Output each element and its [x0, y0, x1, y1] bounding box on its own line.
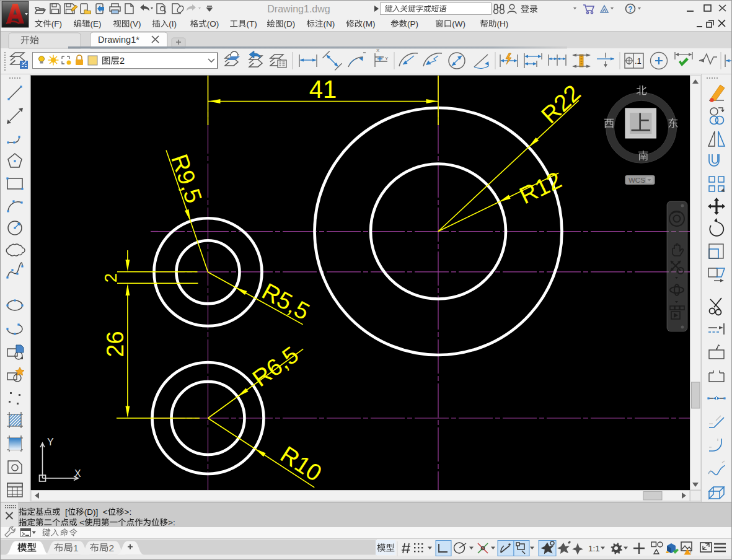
svg-text:1:1: 1:1	[588, 544, 600, 553]
svg-text:2: 2	[109, 543, 115, 553]
svg-text:>:: >:	[168, 518, 175, 527]
svg-text:(V): (V)	[130, 19, 141, 28]
svg-text:2: 2	[120, 56, 125, 66]
svg-text:(T): (T)	[247, 19, 257, 28]
svg-text:(W): (W)	[452, 19, 465, 28]
svg-text:(P): (P)	[407, 19, 418, 28]
svg-text:(N): (N)	[323, 19, 335, 28]
svg-text:Drawing1*: Drawing1*	[98, 35, 139, 45]
svg-text:[: [	[61, 507, 68, 517]
svg-text:(E): (E)	[90, 19, 102, 28]
svg-text:2: 2	[102, 273, 120, 282]
svg-text:X: X	[74, 468, 81, 479]
svg-text:Y: Y	[385, 56, 389, 61]
svg-text:(D)] <: (D)] <	[84, 507, 108, 517]
svg-text:(H): (H)	[496, 19, 508, 28]
svg-text:WCS: WCS	[628, 177, 645, 184]
svg-text:(I): (I)	[169, 19, 177, 28]
svg-text:?: ?	[628, 5, 632, 14]
svg-text:Drawing1.dwg: Drawing1.dwg	[267, 4, 330, 14]
svg-text:.1: .1	[635, 56, 642, 66]
svg-text:(D): (D)	[284, 19, 296, 28]
svg-text:(O): (O)	[207, 19, 219, 28]
svg-text:26: 26	[102, 331, 128, 357]
svg-text:41: 41	[309, 76, 337, 103]
svg-text:(F): (F)	[51, 19, 62, 28]
svg-text:!: !	[690, 550, 691, 556]
svg-text:X: X	[376, 48, 380, 53]
svg-text:>:: >:	[125, 507, 132, 517]
svg-text:Y: Y	[47, 437, 54, 447]
svg-text:(M): (M)	[363, 19, 375, 28]
svg-text:1: 1	[73, 543, 79, 553]
svg-text:<: <	[77, 518, 85, 527]
